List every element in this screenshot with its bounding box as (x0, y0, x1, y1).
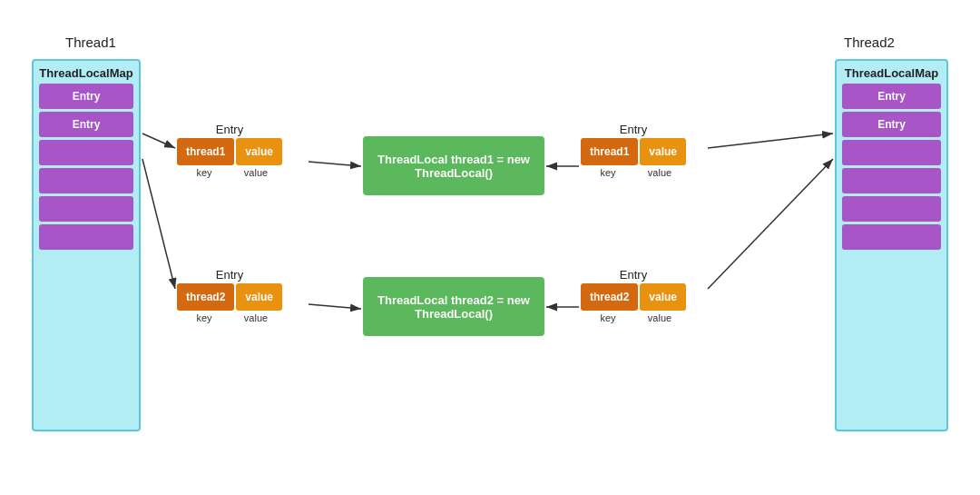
entry-top-right-label: Entry (581, 123, 686, 136)
svg-line-3 (142, 159, 175, 289)
thread1-tlm-title: ThreadLocalMap (39, 66, 133, 80)
diagram: Thread1 Thread2 ThreadLocalMap Entry Ent… (0, 0, 980, 495)
entry-top-left-label: Entry (177, 123, 282, 136)
thread1-entry-3 (39, 140, 133, 165)
thread1-entry-5 (39, 196, 133, 222)
entry-top-right: Entry thread1 value key value (581, 123, 686, 178)
thread1-entry-4 (39, 168, 133, 193)
thread2-entry-4 (842, 168, 941, 193)
thread2-tlm-title: ThreadLocalMap (842, 66, 941, 80)
thread1-entry-1: Entry (39, 84, 133, 109)
entry-bottom-left-key: thread2 (177, 283, 234, 311)
threadlocal-top-box: ThreadLocal thread1 = newThreadLocal() (363, 136, 544, 195)
svg-line-5 (309, 304, 361, 309)
entry-top-left-key: thread1 (177, 138, 234, 165)
thread1-entry-6 (39, 224, 133, 250)
thread1-entry-2: Entry (39, 112, 133, 137)
entry-top-left-value: value (236, 138, 282, 165)
svg-line-9 (708, 159, 833, 289)
entry-bottom-left-label: Entry (177, 268, 282, 282)
thread2-entry-5 (842, 196, 941, 222)
entry-bottom-right-key-sub: key (581, 312, 635, 323)
thread2-entry-3 (842, 140, 941, 165)
thread2-entry-6 (842, 224, 941, 250)
svg-line-4 (309, 162, 361, 166)
threadlocal-bottom-box: ThreadLocal thread2 = newThreadLocal() (363, 277, 544, 336)
entry-top-right-key: thread1 (581, 138, 638, 165)
thread1-label: Thread1 (65, 35, 116, 50)
entry-bottom-right-value-sub: value (637, 312, 682, 323)
entry-top-right-value: value (640, 138, 686, 165)
entry-top-left-value-sub: value (233, 167, 279, 178)
threadlocal-bottom-text: ThreadLocal thread2 = newThreadLocal() (377, 293, 530, 321)
entry-bottom-left: Entry thread2 value key value (177, 268, 282, 323)
svg-line-2 (142, 134, 175, 148)
svg-line-8 (708, 134, 833, 148)
entry-bottom-right-key: thread2 (581, 283, 638, 311)
thread1-tlm-box: ThreadLocalMap Entry Entry (32, 59, 141, 431)
thread2-tlm-box: ThreadLocalMap Entry Entry (835, 59, 948, 431)
entry-top-left: Entry thread1 value key value (177, 123, 282, 178)
entry-bottom-right: Entry thread2 value key value (581, 268, 686, 323)
entry-bottom-left-value: value (236, 283, 282, 311)
entry-top-left-key-sub: key (177, 167, 231, 178)
arrows-svg (0, 0, 980, 495)
entry-top-right-value-sub: value (637, 167, 682, 178)
thread2-entry-1: Entry (842, 84, 941, 109)
thread2-label: Thread2 (844, 35, 895, 50)
thread2-entry-2: Entry (842, 112, 941, 137)
threadlocal-top-text: ThreadLocal thread1 = newThreadLocal() (377, 153, 530, 180)
entry-top-right-key-sub: key (581, 167, 635, 178)
entry-bottom-left-value-sub: value (233, 312, 279, 323)
entry-bottom-right-label: Entry (581, 268, 686, 282)
entry-bottom-right-value: value (640, 283, 686, 311)
entry-bottom-left-key-sub: key (177, 312, 231, 323)
